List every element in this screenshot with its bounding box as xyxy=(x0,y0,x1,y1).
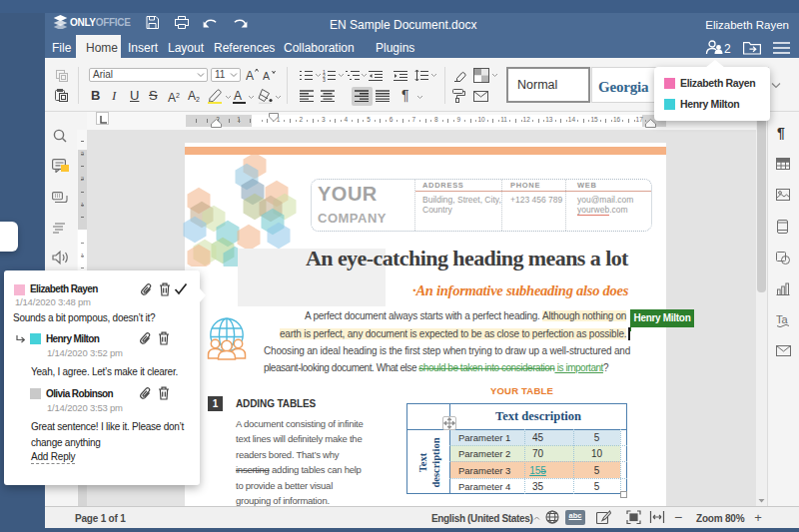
svg-text:A: A xyxy=(263,70,270,82)
svg-text:3: 3 xyxy=(323,77,326,83)
svg-text:A: A xyxy=(234,89,242,103)
svg-text:2: 2 xyxy=(724,42,731,56)
svg-text:Ta: Ta xyxy=(776,313,789,325)
svg-text:A: A xyxy=(246,69,254,82)
